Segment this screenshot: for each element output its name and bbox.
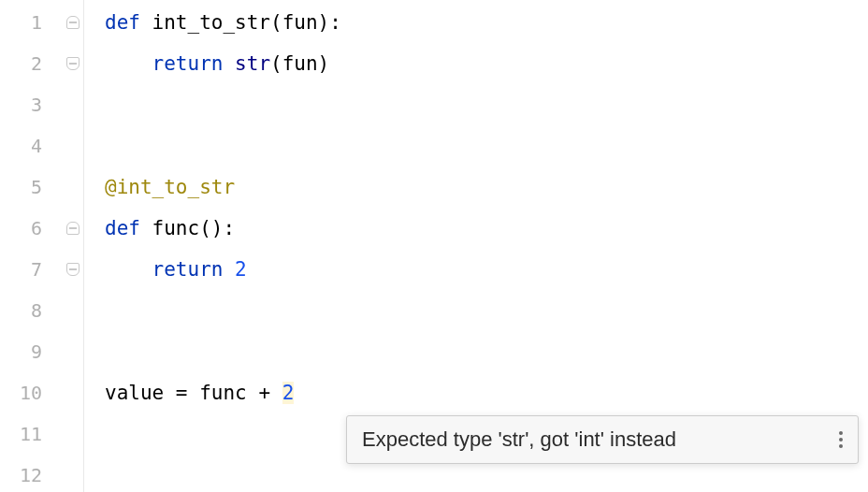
keyword-def: def bbox=[105, 217, 152, 239]
warning-span: 2 bbox=[282, 382, 295, 404]
code-line[interactable]: return str(fun) bbox=[105, 43, 868, 84]
code-line[interactable]: def int_to_str(fun): bbox=[105, 2, 868, 43]
line-number: 5 bbox=[0, 166, 83, 208]
inspection-tooltip[interactable]: Expected type 'str', got 'int' instead bbox=[346, 415, 859, 464]
decorator: @int_to_str bbox=[105, 176, 235, 198]
number-literal: 2 bbox=[235, 258, 247, 281]
function-name: func bbox=[152, 217, 200, 239]
code-line[interactable] bbox=[105, 84, 868, 125]
code-line[interactable]: def func(): bbox=[105, 208, 868, 249]
line-number: 3 bbox=[0, 84, 83, 125]
line-number: 2 bbox=[0, 43, 83, 84]
keyword-return: return bbox=[152, 258, 236, 281]
call-args: (fun) bbox=[270, 52, 329, 75]
code-line[interactable]: value = func + 2 bbox=[105, 372, 868, 413]
params: (fun): bbox=[270, 11, 341, 34]
line-number: 10 bbox=[0, 372, 83, 413]
fold-end-icon[interactable] bbox=[66, 263, 80, 276]
code-line[interactable]: return 2 bbox=[105, 249, 868, 290]
code-line[interactable]: @int_to_str bbox=[105, 166, 868, 208]
indent bbox=[105, 52, 152, 75]
fold-start-icon[interactable] bbox=[66, 222, 80, 235]
indent bbox=[105, 258, 152, 281]
builtin-str: str bbox=[235, 52, 270, 75]
code-line[interactable] bbox=[105, 331, 868, 372]
code-line[interactable] bbox=[105, 290, 868, 331]
keyword-def: def bbox=[105, 11, 152, 34]
line-number: 7 bbox=[0, 249, 83, 290]
line-number: 1 bbox=[0, 2, 83, 43]
line-number: 11 bbox=[0, 413, 83, 455]
keyword-return: return bbox=[152, 52, 236, 75]
tooltip-message: Expected type 'str', got 'int' instead bbox=[362, 427, 824, 452]
line-number: 4 bbox=[0, 125, 83, 166]
code-line[interactable] bbox=[105, 125, 868, 166]
line-number: 6 bbox=[0, 208, 83, 249]
more-actions-icon[interactable] bbox=[839, 431, 843, 448]
line-number-gutter: 1 2 3 4 5 6 7 8 9 10 11 12 bbox=[0, 0, 84, 492]
params: (): bbox=[199, 217, 235, 239]
assignment-lhs: value = bbox=[105, 382, 199, 404]
operator: + bbox=[247, 382, 282, 404]
code-editor[interactable]: def int_to_str(fun): return str(fun) @in… bbox=[84, 0, 868, 492]
function-name: int_to_str bbox=[152, 11, 270, 34]
line-number: 12 bbox=[0, 455, 83, 492]
line-number: 8 bbox=[0, 290, 83, 331]
fold-end-icon[interactable] bbox=[66, 57, 80, 70]
fold-start-icon[interactable] bbox=[66, 16, 80, 29]
line-number: 9 bbox=[0, 331, 83, 372]
function-ref: func bbox=[199, 382, 247, 404]
